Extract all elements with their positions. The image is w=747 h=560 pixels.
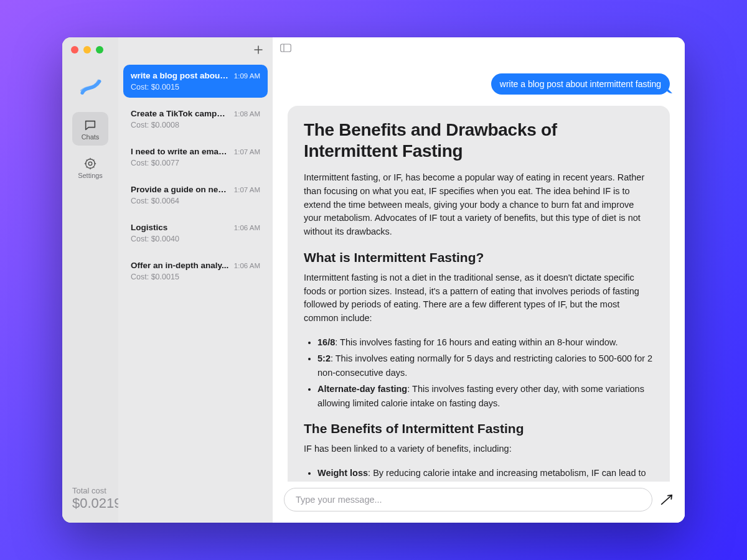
chat-list-item[interactable]: Create a TikTok campaign 1:08 AM Cost: $… <box>123 103 268 136</box>
article-heading: The Benefits of Intermittent Fasting <box>304 421 654 436</box>
main-panel: write a blog post about intermittent fas… <box>273 37 685 523</box>
chat-item-cost: Cost: $0.0008 <box>131 121 260 129</box>
total-cost: Total cost $0.0219 <box>62 486 118 523</box>
total-cost-value: $0.0219 <box>72 495 108 511</box>
chat-item-cost: Cost: $0.0015 <box>131 273 260 281</box>
nav-chats[interactable]: Chats <box>72 112 108 146</box>
chat-item-time: 1:07 AM <box>234 186 260 194</box>
chat-item-cost: Cost: $0.0077 <box>131 159 260 167</box>
maximize-window-button[interactable] <box>96 46 103 54</box>
message-input-placeholder: Type your message... <box>296 495 382 505</box>
composer: Type your message... <box>273 482 685 523</box>
chat-item-title: Create a TikTok campaign <box>131 109 229 118</box>
chat-list-item[interactable]: I need to write an email... 1:07 AM Cost… <box>123 141 268 174</box>
nav-settings[interactable]: Settings <box>72 157 108 179</box>
assistant-message: The Benefits and Drawbacks of Intermitte… <box>288 106 670 482</box>
chat-list-panel: write a blog post about... 1:09 AM Cost:… <box>118 37 273 523</box>
app-window: Chats Settings Total cost $0.0219 write … <box>62 37 685 523</box>
chat-list-item[interactable]: Offer an in-depth analy... 1:06 AM Cost:… <box>123 254 268 287</box>
minimize-window-button[interactable] <box>83 46 91 54</box>
chat-item-time: 1:08 AM <box>234 110 260 118</box>
chat-list-item[interactable]: write a blog post about... 1:09 AM Cost:… <box>123 65 268 98</box>
chat-item-title: write a blog post about... <box>131 71 229 80</box>
main-header <box>273 37 685 58</box>
conversation-scroll[interactable]: write a blog post about intermittent fas… <box>273 58 685 482</box>
chat-item-title: Logistics <box>131 223 229 232</box>
chat-item-title: Provide a guide on netw... <box>131 185 229 194</box>
article-list: 16/8: This involves fasting for 16 hours… <box>317 335 654 410</box>
nav-settings-label: Settings <box>78 172 103 179</box>
chat-item-cost: Cost: $0.0064 <box>131 197 260 205</box>
window-controls <box>71 46 103 54</box>
chat-item-time: 1:07 AM <box>234 148 260 156</box>
chat-item-title: I need to write an email... <box>131 147 229 156</box>
chat-item-cost: Cost: $0.0040 <box>131 235 260 243</box>
chat-bubble-icon <box>83 118 97 132</box>
list-item: 5:2: This involves eating normally for 5… <box>317 352 654 380</box>
list-item: 16/8: This involves fasting for 16 hours… <box>317 335 654 349</box>
article-title: The Benefits and Drawbacks of Intermitte… <box>304 119 654 161</box>
chat-item-title: Offer an in-depth analy... <box>131 261 229 270</box>
list-item: Weight loss: By reducing calorie intake … <box>317 466 654 482</box>
user-message: write a blog post about intermittent fas… <box>491 73 670 95</box>
chat-list-item[interactable]: Provide a guide on netw... 1:07 AM Cost:… <box>123 179 268 212</box>
gear-icon <box>83 157 97 170</box>
article-heading: What is Intermittent Fasting? <box>304 250 654 265</box>
message-input[interactable]: Type your message... <box>284 488 652 511</box>
app-logo <box>77 73 104 101</box>
svg-point-1 <box>88 162 92 166</box>
chat-item-time: 1:06 AM <box>234 224 260 231</box>
sidebar-toggle-icon[interactable] <box>280 44 291 52</box>
article-paragraph: IF has been linked to a variety of benef… <box>304 442 654 456</box>
chat-item-time: 1:09 AM <box>234 72 260 80</box>
left-rail: Chats Settings Total cost $0.0219 <box>62 37 118 523</box>
send-icon[interactable] <box>660 493 674 506</box>
total-cost-label: Total cost <box>72 486 108 495</box>
close-window-button[interactable] <box>71 46 78 54</box>
chat-list-item[interactable]: Logistics 1:06 AM Cost: $0.0040 <box>123 217 268 250</box>
article-paragraph: Intermittent fasting, or IF, has become … <box>304 171 654 239</box>
chat-item-cost: Cost: $0.0015 <box>131 83 260 91</box>
chat-list-header <box>118 37 273 62</box>
chat-item-time: 1:06 AM <box>234 262 260 269</box>
nav-chats-label: Chats <box>82 133 100 141</box>
svg-rect-2 <box>281 44 291 52</box>
article-paragraph: Intermittent fasting is not a diet in th… <box>304 271 654 325</box>
article-list: Weight loss: By reducing calorie intake … <box>317 466 654 482</box>
list-item: Alternate-day fasting: This involves fas… <box>317 382 654 410</box>
new-chat-button[interactable] <box>253 44 264 55</box>
